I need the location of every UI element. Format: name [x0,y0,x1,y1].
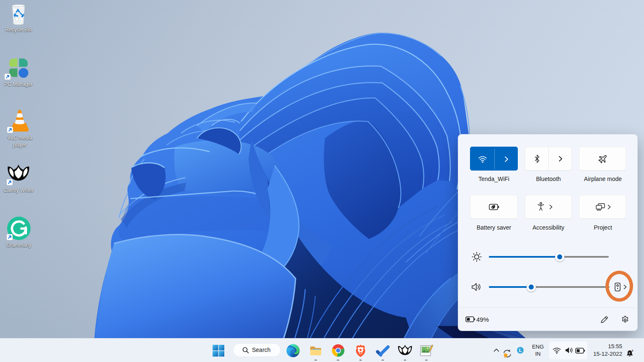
svg-text:z: z [629,352,631,354]
svg-text:z: z [632,349,634,352]
